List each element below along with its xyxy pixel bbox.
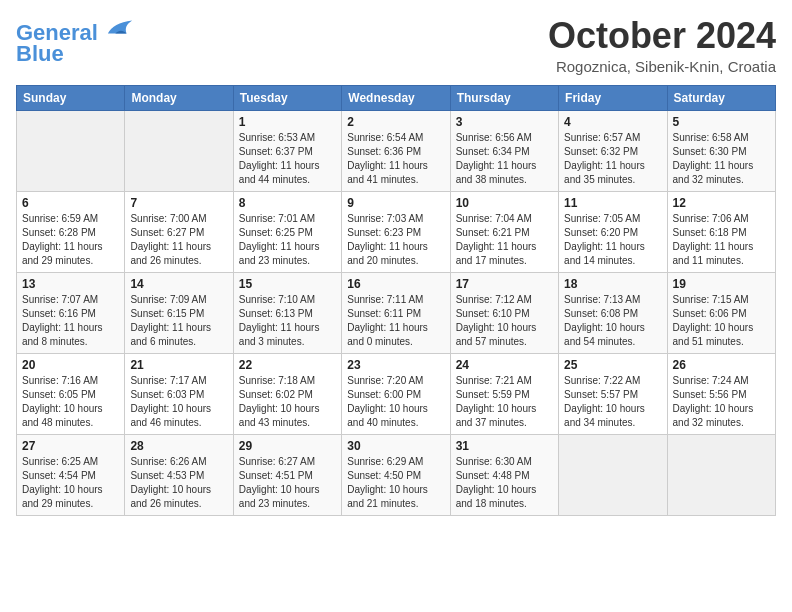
calendar-cell: 24Sunrise: 7:21 AM Sunset: 5:59 PM Dayli… (450, 353, 558, 434)
location: Rogoznica, Sibenik-Knin, Croatia (548, 58, 776, 75)
day-info: Sunrise: 7:18 AM Sunset: 6:02 PM Dayligh… (239, 374, 336, 430)
calendar-cell: 12Sunrise: 7:06 AM Sunset: 6:18 PM Dayli… (667, 191, 775, 272)
day-info: Sunrise: 7:16 AM Sunset: 6:05 PM Dayligh… (22, 374, 119, 430)
calendar-cell (667, 434, 775, 515)
day-number: 16 (347, 277, 444, 291)
day-info: Sunrise: 7:11 AM Sunset: 6:11 PM Dayligh… (347, 293, 444, 349)
weekday-header-friday: Friday (559, 85, 667, 110)
day-number: 3 (456, 115, 553, 129)
weekday-header-monday: Monday (125, 85, 233, 110)
weekday-header-saturday: Saturday (667, 85, 775, 110)
calendar-cell: 23Sunrise: 7:20 AM Sunset: 6:00 PM Dayli… (342, 353, 450, 434)
title-block: October 2024 Rogoznica, Sibenik-Knin, Cr… (548, 16, 776, 75)
calendar-cell: 5Sunrise: 6:58 AM Sunset: 6:30 PM Daylig… (667, 110, 775, 191)
day-number: 27 (22, 439, 119, 453)
day-info: Sunrise: 6:30 AM Sunset: 4:48 PM Dayligh… (456, 455, 553, 511)
day-number: 14 (130, 277, 227, 291)
calendar-cell: 19Sunrise: 7:15 AM Sunset: 6:06 PM Dayli… (667, 272, 775, 353)
day-info: Sunrise: 7:21 AM Sunset: 5:59 PM Dayligh… (456, 374, 553, 430)
calendar-cell: 28Sunrise: 6:26 AM Sunset: 4:53 PM Dayli… (125, 434, 233, 515)
calendar-cell: 31Sunrise: 6:30 AM Sunset: 4:48 PM Dayli… (450, 434, 558, 515)
day-number: 6 (22, 196, 119, 210)
month-title: October 2024 (548, 16, 776, 56)
logo-bird-icon (106, 16, 134, 40)
calendar-cell: 27Sunrise: 6:25 AM Sunset: 4:54 PM Dayli… (17, 434, 125, 515)
calendar-cell: 9Sunrise: 7:03 AM Sunset: 6:23 PM Daylig… (342, 191, 450, 272)
calendar-cell: 22Sunrise: 7:18 AM Sunset: 6:02 PM Dayli… (233, 353, 341, 434)
day-info: Sunrise: 6:54 AM Sunset: 6:36 PM Dayligh… (347, 131, 444, 187)
calendar-cell: 14Sunrise: 7:09 AM Sunset: 6:15 PM Dayli… (125, 272, 233, 353)
day-info: Sunrise: 6:25 AM Sunset: 4:54 PM Dayligh… (22, 455, 119, 511)
weekday-header-sunday: Sunday (17, 85, 125, 110)
day-number: 28 (130, 439, 227, 453)
day-info: Sunrise: 7:13 AM Sunset: 6:08 PM Dayligh… (564, 293, 661, 349)
day-info: Sunrise: 6:58 AM Sunset: 6:30 PM Dayligh… (673, 131, 770, 187)
calendar-cell: 10Sunrise: 7:04 AM Sunset: 6:21 PM Dayli… (450, 191, 558, 272)
day-number: 31 (456, 439, 553, 453)
day-number: 21 (130, 358, 227, 372)
calendar-cell: 8Sunrise: 7:01 AM Sunset: 6:25 PM Daylig… (233, 191, 341, 272)
day-number: 30 (347, 439, 444, 453)
day-number: 15 (239, 277, 336, 291)
weekday-header-thursday: Thursday (450, 85, 558, 110)
day-info: Sunrise: 7:20 AM Sunset: 6:00 PM Dayligh… (347, 374, 444, 430)
day-number: 7 (130, 196, 227, 210)
day-info: Sunrise: 7:15 AM Sunset: 6:06 PM Dayligh… (673, 293, 770, 349)
day-info: Sunrise: 6:56 AM Sunset: 6:34 PM Dayligh… (456, 131, 553, 187)
day-info: Sunrise: 7:03 AM Sunset: 6:23 PM Dayligh… (347, 212, 444, 268)
day-number: 8 (239, 196, 336, 210)
day-info: Sunrise: 7:22 AM Sunset: 5:57 PM Dayligh… (564, 374, 661, 430)
weekday-header-tuesday: Tuesday (233, 85, 341, 110)
calendar-cell: 1Sunrise: 6:53 AM Sunset: 6:37 PM Daylig… (233, 110, 341, 191)
day-info: Sunrise: 7:00 AM Sunset: 6:27 PM Dayligh… (130, 212, 227, 268)
calendar-cell: 17Sunrise: 7:12 AM Sunset: 6:10 PM Dayli… (450, 272, 558, 353)
day-info: Sunrise: 7:07 AM Sunset: 6:16 PM Dayligh… (22, 293, 119, 349)
day-info: Sunrise: 7:06 AM Sunset: 6:18 PM Dayligh… (673, 212, 770, 268)
calendar-cell: 29Sunrise: 6:27 AM Sunset: 4:51 PM Dayli… (233, 434, 341, 515)
calendar-cell: 4Sunrise: 6:57 AM Sunset: 6:32 PM Daylig… (559, 110, 667, 191)
day-number: 24 (456, 358, 553, 372)
day-info: Sunrise: 6:57 AM Sunset: 6:32 PM Dayligh… (564, 131, 661, 187)
calendar-cell: 26Sunrise: 7:24 AM Sunset: 5:56 PM Dayli… (667, 353, 775, 434)
day-number: 25 (564, 358, 661, 372)
day-info: Sunrise: 7:09 AM Sunset: 6:15 PM Dayligh… (130, 293, 227, 349)
calendar-cell: 30Sunrise: 6:29 AM Sunset: 4:50 PM Dayli… (342, 434, 450, 515)
day-info: Sunrise: 7:05 AM Sunset: 6:20 PM Dayligh… (564, 212, 661, 268)
day-number: 26 (673, 358, 770, 372)
day-info: Sunrise: 7:24 AM Sunset: 5:56 PM Dayligh… (673, 374, 770, 430)
calendar-table: SundayMondayTuesdayWednesdayThursdayFrid… (16, 85, 776, 516)
week-row-4: 20Sunrise: 7:16 AM Sunset: 6:05 PM Dayli… (17, 353, 776, 434)
calendar-cell: 16Sunrise: 7:11 AM Sunset: 6:11 PM Dayli… (342, 272, 450, 353)
calendar-cell (17, 110, 125, 191)
calendar-cell: 6Sunrise: 6:59 AM Sunset: 6:28 PM Daylig… (17, 191, 125, 272)
calendar-cell: 15Sunrise: 7:10 AM Sunset: 6:13 PM Dayli… (233, 272, 341, 353)
day-number: 5 (673, 115, 770, 129)
calendar-cell: 20Sunrise: 7:16 AM Sunset: 6:05 PM Dayli… (17, 353, 125, 434)
page-header: General Blue October 2024 Rogoznica, Sib… (16, 16, 776, 75)
day-number: 17 (456, 277, 553, 291)
day-number: 2 (347, 115, 444, 129)
calendar-cell: 3Sunrise: 6:56 AM Sunset: 6:34 PM Daylig… (450, 110, 558, 191)
calendar-cell: 25Sunrise: 7:22 AM Sunset: 5:57 PM Dayli… (559, 353, 667, 434)
day-info: Sunrise: 6:29 AM Sunset: 4:50 PM Dayligh… (347, 455, 444, 511)
day-info: Sunrise: 6:53 AM Sunset: 6:37 PM Dayligh… (239, 131, 336, 187)
calendar-cell (559, 434, 667, 515)
day-number: 10 (456, 196, 553, 210)
week-row-2: 6Sunrise: 6:59 AM Sunset: 6:28 PM Daylig… (17, 191, 776, 272)
week-row-3: 13Sunrise: 7:07 AM Sunset: 6:16 PM Dayli… (17, 272, 776, 353)
day-number: 29 (239, 439, 336, 453)
weekday-header-wednesday: Wednesday (342, 85, 450, 110)
day-number: 18 (564, 277, 661, 291)
calendar-cell: 2Sunrise: 6:54 AM Sunset: 6:36 PM Daylig… (342, 110, 450, 191)
day-info: Sunrise: 7:17 AM Sunset: 6:03 PM Dayligh… (130, 374, 227, 430)
day-info: Sunrise: 7:12 AM Sunset: 6:10 PM Dayligh… (456, 293, 553, 349)
day-number: 9 (347, 196, 444, 210)
calendar-cell: 7Sunrise: 7:00 AM Sunset: 6:27 PM Daylig… (125, 191, 233, 272)
calendar-cell: 21Sunrise: 7:17 AM Sunset: 6:03 PM Dayli… (125, 353, 233, 434)
day-number: 11 (564, 196, 661, 210)
day-number: 13 (22, 277, 119, 291)
calendar-cell: 18Sunrise: 7:13 AM Sunset: 6:08 PM Dayli… (559, 272, 667, 353)
day-number: 22 (239, 358, 336, 372)
week-row-1: 1Sunrise: 6:53 AM Sunset: 6:37 PM Daylig… (17, 110, 776, 191)
calendar-cell: 13Sunrise: 7:07 AM Sunset: 6:16 PM Dayli… (17, 272, 125, 353)
